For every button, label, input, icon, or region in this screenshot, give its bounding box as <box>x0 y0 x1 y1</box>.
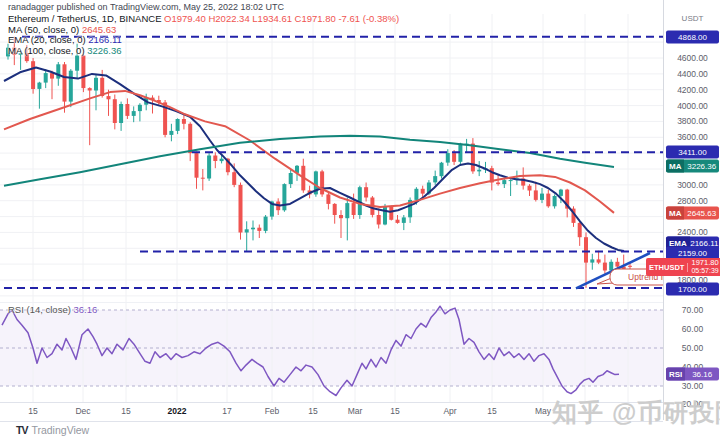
rsi-tick: 30.00 <box>664 381 720 391</box>
symbol-title: Ethereum / TetherUS, 1D, BINANCE <box>8 13 164 24</box>
ma100-label: MA (100, close, 0) <box>8 45 87 56</box>
axis-tag-4868-00[interactable]: 4868.00 <box>666 31 719 44</box>
ma50-value: 2645.63 <box>82 24 116 35</box>
axis-tag-1700-00[interactable]: 1700.00 <box>666 283 719 296</box>
chart-legend: Ethereum / TetherUS, 1D, BINANCE O1979.4… <box>8 14 399 56</box>
rsi-label: RSI (14, close) <box>8 304 73 315</box>
tradingview-logo[interactable]: TV TradingView <box>16 424 89 436</box>
price-tick: 3600.00 <box>664 132 720 142</box>
rsi-tick: 50.00 <box>664 343 720 353</box>
axis-tag-3411-00[interactable]: 3411.00 <box>666 146 719 159</box>
rsi-legend-row[interactable]: RSI (14, close) 36.16 <box>8 304 97 315</box>
tv-logo-icon: TV <box>16 424 27 436</box>
ema20-label: EMA (20, close, 0) <box>8 34 88 45</box>
zhihu-watermark: 知乎 @币研投阿涛 <box>552 396 720 429</box>
ma100-line <box>4 136 614 186</box>
ma50-label: MA (50, close, 0) <box>8 24 82 35</box>
axis-tag-36-16[interactable]: RSI36.16 <box>666 368 719 381</box>
time-label-Apr: Apr <box>443 406 456 416</box>
ohlc-values: O1979.40 H2022.34 L1934.61 C1971.80 -7.6… <box>164 13 399 24</box>
price-tick: 3000.00 <box>664 180 720 190</box>
time-label-Dec: Dec <box>75 406 90 416</box>
price-tick: 4600.00 <box>664 53 720 63</box>
time-label-15: 15 <box>487 406 496 416</box>
time-label-Feb: Feb <box>265 406 280 416</box>
time-label-15: 15 <box>121 406 130 416</box>
last-price-value: 1971.80 <box>691 258 718 267</box>
axis-tag-3226-36[interactable]: MA3226.36 <box>666 160 719 173</box>
axis-currency-label: USDT <box>664 14 720 23</box>
tv-logo-text: TradingView <box>31 424 89 436</box>
time-label-15: 15 <box>308 406 317 416</box>
axis-tag-2645-63[interactable]: MA2645.63 <box>666 207 719 220</box>
price-tick: 2800.00 <box>664 196 720 206</box>
time-label-15: 15 <box>28 406 37 416</box>
tradingview-chart-window: ranadagger published on TradingView.com,… <box>0 0 720 442</box>
time-label-17: 17 <box>222 406 231 416</box>
price-tick: 4400.00 <box>664 69 720 79</box>
price-axis[interactable]: USDT 4600.004400.004200.004000.003800.00… <box>663 0 720 420</box>
price-tick: 4200.00 <box>664 85 720 95</box>
ma100-legend-row[interactable]: MA (100, close, 0) 3226.36 <box>8 46 399 57</box>
time-label-May: May <box>535 406 551 416</box>
time-label-15: 15 <box>390 406 399 416</box>
ma100-value: 3226.36 <box>87 45 121 56</box>
rsi-tick: 60.00 <box>664 324 720 334</box>
rsi-tick: 70.00 <box>664 305 720 315</box>
ema20-line <box>4 68 624 252</box>
rsi-value: 36.16 <box>73 304 97 315</box>
time-label-Mar: Mar <box>348 406 363 416</box>
price-tick: 4000.00 <box>664 101 720 111</box>
last-price-tag: ETHUSDT 1971.80 05:57:39 <box>646 258 720 276</box>
grid-layer <box>0 14 663 302</box>
ema20-value: 2166.11 <box>88 34 122 45</box>
price-tick: 3800.00 <box>664 116 720 126</box>
bar-countdown: 05:57:39 <box>691 267 718 274</box>
last-price-symbol: ETHUSDT <box>646 263 688 272</box>
time-label-2022: 2022 <box>168 406 187 416</box>
